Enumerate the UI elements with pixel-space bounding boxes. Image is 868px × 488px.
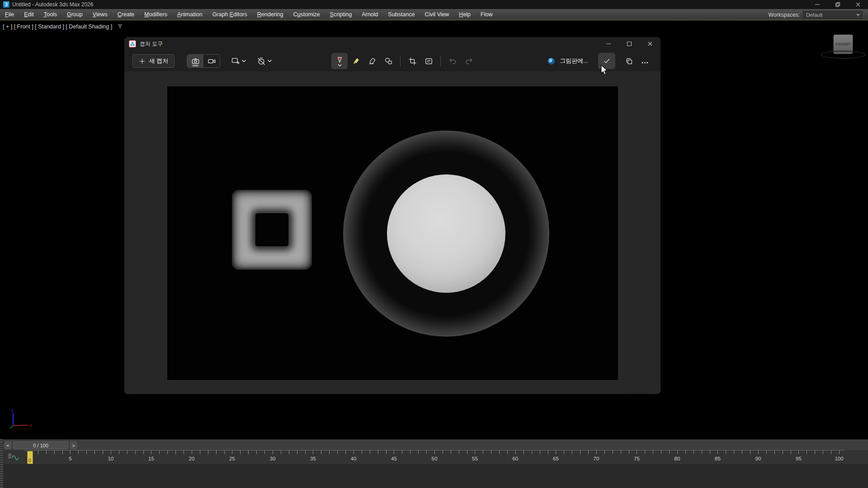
capture-mode-toggle bbox=[187, 54, 220, 68]
ruler-frame-label: 50 bbox=[432, 456, 438, 461]
edit-in-paint-label: 그림판에... bbox=[560, 57, 588, 65]
ruler-frame-label: 55 bbox=[472, 456, 478, 461]
time-slider-handle[interactable]: 0 bbox=[27, 451, 33, 464]
ballpoint-pen-tool-button[interactable] bbox=[331, 53, 348, 69]
menu-item-create[interactable]: Create bbox=[113, 9, 140, 20]
more-options-button[interactable]: … bbox=[637, 53, 653, 69]
menu-item-tools[interactable]: Tools bbox=[39, 9, 62, 20]
rectangle-select-icon bbox=[231, 56, 240, 66]
viewcube-compass-ring bbox=[821, 51, 866, 59]
app-restore-button[interactable] bbox=[827, 0, 848, 9]
time-slider-row: < 0 / 100 > bbox=[0, 439, 868, 450]
workspace-dropdown[interactable]: Default bbox=[803, 11, 863, 19]
mouse-cursor bbox=[600, 65, 608, 75]
snipping-tool-window: 캡처 도구 새 캡처 bbox=[124, 37, 660, 394]
pen-icon bbox=[336, 56, 344, 64]
text-actions-icon bbox=[425, 57, 433, 66]
text-actions-button[interactable] bbox=[420, 53, 437, 69]
track-bar: 0510152025303540455055606570758085909510… bbox=[0, 450, 868, 464]
previous-frame-button[interactable]: < bbox=[5, 441, 11, 449]
paint-app-icon bbox=[547, 57, 556, 66]
ruler-frame-label: 90 bbox=[755, 456, 761, 461]
new-capture-label: 새 캡처 bbox=[149, 57, 169, 65]
workspaces-label: Workspaces: bbox=[769, 12, 800, 18]
redo-button[interactable] bbox=[461, 53, 477, 69]
copy-button[interactable] bbox=[621, 53, 637, 69]
menu-item-graph-editors[interactable]: Graph Editors bbox=[208, 9, 252, 20]
panel-grip[interactable] bbox=[0, 439, 4, 488]
mini-curve-editor-icon[interactable] bbox=[7, 452, 19, 460]
snip-minimize-button[interactable] bbox=[598, 37, 619, 51]
track-ruler[interactable]: 0510152025303540455055606570758085909510… bbox=[24, 450, 844, 464]
menu-item-civil-view[interactable]: Civil View bbox=[420, 9, 454, 20]
snip-close-button[interactable] bbox=[640, 37, 660, 51]
copy-icon bbox=[625, 57, 633, 66]
snip-maximize-button[interactable] bbox=[619, 37, 640, 51]
viewcube-face-label: FRONT bbox=[835, 42, 851, 47]
ruler-frame-label: 85 bbox=[715, 456, 721, 461]
video-mode-button[interactable] bbox=[203, 55, 220, 67]
menu-bar-items: FileEditToolsGroupViewsCreateModifiersAn… bbox=[0, 9, 497, 20]
timer-off-icon bbox=[257, 56, 266, 66]
eraser-icon bbox=[368, 57, 377, 66]
menu-item-help[interactable]: Help bbox=[454, 9, 476, 20]
render-sphere bbox=[387, 174, 505, 293]
menu-item-rendering[interactable]: Rendering bbox=[252, 9, 288, 20]
edit-in-paint-button[interactable]: 그림판에... bbox=[547, 57, 588, 66]
snip-toolbar: 새 캡처 bbox=[124, 51, 660, 71]
highlighter-tool-button[interactable] bbox=[348, 53, 364, 69]
frame-counter[interactable]: 0 / 100 bbox=[13, 441, 68, 449]
menu-item-customize[interactable]: Customize bbox=[288, 9, 325, 20]
close-icon bbox=[855, 2, 861, 7]
menu-item-flow[interactable]: Flow bbox=[476, 9, 497, 20]
menu-item-file[interactable]: File bbox=[0, 9, 19, 20]
ellipsis-icon: … bbox=[641, 56, 649, 66]
menu-item-arnold[interactable]: Arnold bbox=[357, 9, 383, 20]
app-minimize-button[interactable] bbox=[807, 0, 827, 9]
chevron-down-icon bbox=[242, 60, 246, 62]
crop-icon bbox=[408, 57, 417, 66]
menu-item-scripting[interactable]: Scripting bbox=[325, 9, 357, 20]
ruler-frame-label: 5 bbox=[69, 456, 71, 461]
chevron-down-icon bbox=[268, 60, 272, 62]
new-capture-button[interactable]: 새 캡처 bbox=[132, 54, 175, 68]
viewport-label-text: [ + ] [ Front ] [ Standard ] [ Default S… bbox=[3, 23, 112, 30]
viewport-label[interactable]: [ + ] [ Front ] [ Standard ] [ Default S… bbox=[3, 23, 123, 30]
shapes-icon bbox=[384, 57, 393, 66]
workspace-value: Default bbox=[806, 12, 822, 18]
ruler-frame-label: 20 bbox=[189, 456, 195, 461]
menu-item-group[interactable]: Group bbox=[62, 9, 88, 20]
app-close-button[interactable] bbox=[848, 0, 868, 9]
menu-item-views[interactable]: Views bbox=[88, 9, 113, 20]
shapes-tool-button[interactable] bbox=[380, 53, 396, 69]
crop-tool-button[interactable] bbox=[404, 53, 420, 69]
world-axis-gizmo: z x bbox=[8, 408, 37, 431]
chevron-down-icon bbox=[338, 64, 342, 66]
ruler-frame-label: 45 bbox=[391, 456, 397, 461]
ruler-frame-label: 25 bbox=[229, 456, 235, 461]
ruler-ticks bbox=[30, 450, 840, 454]
ruler-frame-label: 70 bbox=[594, 456, 599, 461]
plus-icon bbox=[139, 58, 146, 65]
snip-timer-dropdown[interactable] bbox=[257, 56, 272, 66]
app-titlebar: 3 Untitled - Autodesk 3ds Max 2026 bbox=[0, 0, 868, 9]
maximize-icon bbox=[627, 41, 632, 47]
snip-shape-dropdown[interactable] bbox=[231, 56, 246, 66]
minimize-icon bbox=[606, 41, 611, 47]
video-camera-icon bbox=[208, 57, 216, 66]
next-frame-button[interactable]: > bbox=[70, 441, 77, 449]
ruler-frame-label: 35 bbox=[310, 456, 316, 461]
menu-item-edit[interactable]: Edit bbox=[19, 9, 39, 20]
menu-item-substance[interactable]: Substance bbox=[383, 9, 420, 20]
screenshot-mode-button[interactable] bbox=[187, 55, 203, 67]
toolbar-separator bbox=[440, 56, 441, 66]
axis-x-label: x bbox=[30, 422, 33, 428]
menu-item-animation[interactable]: Animation bbox=[172, 9, 208, 20]
ruler-frame-label: 40 bbox=[351, 456, 357, 461]
ruler-frame-label: 75 bbox=[634, 456, 640, 461]
menu-item-modifiers[interactable]: Modifiers bbox=[139, 9, 172, 20]
filter-funnel-icon bbox=[117, 23, 123, 30]
undo-button[interactable] bbox=[444, 53, 461, 69]
snip-window-title: 캡처 도구 bbox=[140, 40, 163, 48]
eraser-tool-button[interactable] bbox=[364, 53, 380, 69]
